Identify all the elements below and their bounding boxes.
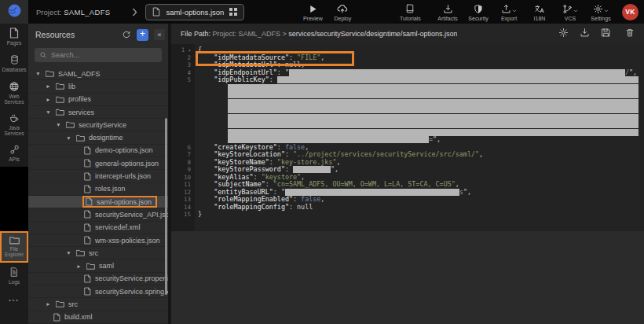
tree-item-src[interactable]: ▸src [28, 298, 168, 311]
tree-item-intercept-urls-json[interactable]: intercept-urls.json [28, 170, 168, 182]
tree-arrow-icon[interactable]: ▸ [45, 96, 52, 103]
tree-item-profiles[interactable]: ▸profiles [28, 94, 168, 106]
export-button[interactable]: Export [497, 3, 521, 21]
folder-icon [76, 249, 85, 256]
collapse-panel-button[interactable]: « [154, 29, 165, 40]
search-input[interactable] [51, 51, 157, 59]
line-number[interactable]: 2 [171, 54, 195, 62]
tree-item-services[interactable]: ▾services [28, 106, 168, 119]
grid-icon[interactable] [229, 8, 237, 16]
tree-item-lib[interactable]: ▸lib [28, 80, 168, 93]
rail-item-java-services[interactable]: Java Services [0, 109, 28, 141]
tree-arrow-icon[interactable]: ▸ [45, 83, 52, 90]
settings-button[interactable]: Settings [589, 3, 613, 21]
rail-more-button[interactable]: ••• [0, 297, 28, 303]
file-icon [84, 210, 91, 219]
tree-item-roles-json[interactable]: roles.json [28, 183, 168, 196]
tree-arrow-icon[interactable]: ▾ [55, 121, 62, 128]
search-box[interactable] [35, 48, 162, 62]
line-number[interactable]: 5 [171, 76, 195, 84]
tree-arrow-icon[interactable]: ▾ [45, 109, 52, 116]
line-number[interactable] [171, 129, 195, 137]
line-number[interactable] [171, 136, 195, 144]
tree-item-demo-options-json[interactable]: demo-options.json [28, 145, 168, 157]
folder-icon [66, 121, 75, 128]
line-number[interactable] [171, 106, 195, 114]
tree-item-securityservice-properties[interactable]: securityService.properties [28, 273, 168, 285]
tree-arrow-icon[interactable]: ▾ [35, 70, 42, 77]
tree-item-securityservice[interactable]: ▾securityService [28, 119, 168, 131]
tree-item-label: securityService.spring.xml [95, 288, 168, 296]
code-editor[interactable]: 1 ▾ { 2 "idpMetadataSource": "FILE", 3 "… [171, 44, 644, 231]
line-number[interactable] [171, 84, 195, 92]
line-number[interactable]: 8 [171, 159, 195, 167]
tree-item-build-xml[interactable]: build.xml [28, 311, 168, 324]
line-number[interactable]: 12 [171, 189, 195, 197]
line-number[interactable] [171, 114, 195, 122]
line-number[interactable]: 15 [171, 211, 195, 219]
i18n-button[interactable]: I18N [528, 3, 551, 21]
tree-arrow-icon[interactable]: ▸ [45, 300, 52, 307]
rail-item-logs[interactable]: Logs [0, 263, 28, 289]
rail-item-file-explorer[interactable]: File Explorer [0, 231, 28, 263]
line-number[interactable]: 4 [171, 69, 195, 77]
rail-item-apis[interactable]: APIs [0, 141, 28, 167]
tree-arrow-icon[interactable]: ▸ [75, 263, 82, 270]
file-tab[interactable]: saml-options.json [145, 4, 244, 20]
line-number[interactable]: 7 [171, 151, 195, 159]
tree-item-saml-adfs[interactable]: ▾SAML_ADFS [28, 68, 168, 80]
search-icon [39, 48, 47, 62]
deploy-button[interactable]: Deploy [331, 3, 354, 21]
redacted-text [228, 121, 639, 128]
rail-item-pages[interactable]: Pages [0, 24, 28, 50]
line-number[interactable] [171, 121, 195, 129]
editor-pane: File Path: Project: SAML_ADFS > services… [171, 24, 644, 324]
user-avatar[interactable]: VK [622, 4, 639, 20]
line-number[interactable]: 10 [171, 174, 195, 182]
artifacts-button[interactable]: Artifacts [436, 3, 459, 21]
security-button[interactable]: Security [467, 3, 490, 21]
chevron-right-icon[interactable] [132, 8, 137, 17]
rail-item-web-services[interactable]: Web Services [0, 77, 28, 109]
file-icon [84, 146, 91, 155]
line-number[interactable]: 9 [171, 166, 195, 174]
tree-item-wm-xss-policies-json[interactable]: wm-xss-policies.json [28, 234, 168, 247]
tutorials-button[interactable]: Tutorials [398, 3, 422, 21]
chevron-down-icon [604, 8, 609, 13]
tree-item-saml[interactable]: ▸saml [28, 260, 168, 272]
vcs-button[interactable]: VCS [558, 3, 582, 21]
gear-button[interactable] [558, 27, 569, 41]
save-button[interactable] [601, 27, 611, 41]
webmethods-logo-icon [7, 3, 22, 21]
tree-item-securityservice-api-json[interactable]: securityService_API.json [28, 208, 168, 221]
line-number[interactable]: 14 [171, 204, 195, 212]
export-icon [501, 4, 511, 15]
tree-item-general-options-json[interactable]: general-options.json [28, 157, 168, 170]
tree-item-servicedef-xml[interactable]: servicedef.xml [28, 222, 168, 234]
preview-button[interactable]: Preview [301, 3, 324, 21]
line-number[interactable] [171, 99, 195, 107]
download-button[interactable] [580, 27, 590, 41]
line-number[interactable] [171, 91, 195, 99]
add-resource-button[interactable]: + [137, 29, 148, 41]
line-number[interactable]: 11 [171, 181, 195, 189]
tree-arrow-icon[interactable]: ▾ [65, 134, 72, 142]
project-name: SAML_ADFS [64, 8, 110, 17]
tree-item-designtime[interactable]: ▾designtime [28, 131, 168, 144]
trash-button[interactable] [625, 27, 635, 41]
resources-header: Resources + « [28, 24, 168, 46]
tree-arrow-icon[interactable]: ▾ [65, 249, 72, 256]
tree-item-securityservice-spring-xml[interactable]: securityService.spring.xml [28, 285, 168, 298]
tree-item-label: saml-options.json [97, 198, 152, 206]
panel-scrollbar[interactable] [165, 118, 167, 295]
rail-item-databases[interactable]: Databases [0, 50, 28, 77]
line-number[interactable]: 6 [171, 144, 195, 152]
app-logo[interactable] [0, 0, 28, 24]
tree-item-saml-options-json[interactable]: saml-options.json [28, 196, 168, 208]
line-number[interactable]: 13 [171, 196, 195, 204]
file-path-file: services/securityService/designtime/saml… [288, 30, 457, 38]
tree-item-src[interactable]: ▾src [28, 247, 168, 260]
line-number[interactable]: 3 [171, 61, 195, 69]
refresh-button[interactable] [122, 30, 131, 39]
line-number[interactable]: 1 ▾ [171, 46, 195, 54]
